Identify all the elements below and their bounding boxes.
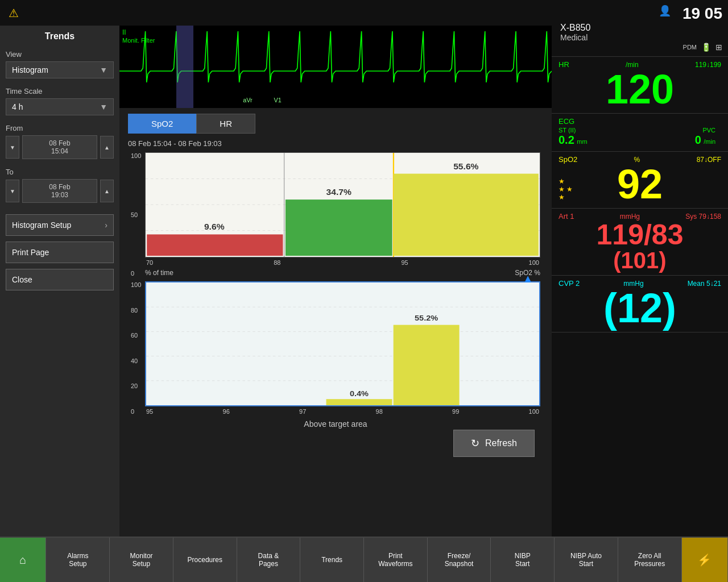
- spo2-alarm: 87↓OFF: [697, 156, 721, 164]
- svg-text:0.4%: 0.4%: [350, 390, 369, 398]
- histogram2-y-labels: 100 80 60 40 20 0: [131, 281, 141, 415]
- histogram-setup-button[interactable]: Histogram Setup ›: [6, 214, 114, 236]
- ecg-label: ECG: [559, 117, 574, 126]
- from-up-button[interactable]: ▲: [100, 136, 114, 159]
- from-label: From: [6, 124, 114, 132]
- ecg-filter-label: Monit. Filter: [122, 37, 155, 44]
- y2-label-40: 40: [131, 357, 141, 364]
- left-panel: Trends View Histogram ▼ Time Scale 4 h ▼…: [0, 26, 119, 537]
- warning-nav-button[interactable]: ⚡: [682, 538, 728, 582]
- ecg-pvc-item: PVC 0 /min: [695, 127, 715, 147]
- art-map-value: (101): [559, 249, 721, 272]
- hr-alarm: 119↓199: [695, 61, 721, 69]
- to-up-button[interactable]: ▲: [100, 180, 114, 202]
- view-value: Histogram: [12, 65, 48, 74]
- nibp-start-label: NIBPStart: [515, 552, 531, 568]
- histogram1-chart: 9.6% 34.7% 55.6%: [145, 152, 540, 257]
- x-label-70: 70: [146, 259, 153, 266]
- tab-spo2[interactable]: SpO2: [128, 114, 196, 134]
- x-label-88: 88: [274, 259, 280, 266]
- svg-rect-11: [286, 199, 392, 256]
- close-button[interactable]: Close: [6, 269, 114, 290]
- x2-label-97: 97: [299, 408, 306, 415]
- from-down-button[interactable]: ▼: [6, 136, 19, 159]
- ecg-pvc-label: PVC: [695, 127, 715, 134]
- data-pages-label: Data &Pages: [258, 552, 279, 568]
- svg-rect-15: [146, 282, 539, 405]
- x2-label-96: 96: [223, 408, 230, 415]
- hr-vital-block: HR /min 119↓199 120: [552, 57, 728, 114]
- y2-label-100: 100: [131, 281, 141, 288]
- ecg-vital-block: ECG ST (II) 0.2 mm PVC 0 /min: [552, 114, 728, 152]
- hr-value: 120: [559, 69, 721, 110]
- art-alarm: Sys 79↓158: [685, 213, 721, 221]
- home-icon: ⌂: [19, 554, 26, 567]
- histogram1-subtitle: % of time SpO2 %: [145, 269, 540, 277]
- above-target-label: Above target area: [128, 419, 543, 429]
- print-page-label: Print Page: [12, 248, 49, 257]
- x2-label-100: 100: [529, 408, 539, 415]
- print-page-button[interactable]: Print Page: [6, 242, 114, 263]
- time-scale-select[interactable]: 4 h ▼: [6, 98, 114, 115]
- print-waveforms-button[interactable]: PrintWaveforms: [364, 538, 428, 582]
- chevron-right-icon: ›: [105, 221, 107, 230]
- device-sub: Medical: [560, 33, 719, 42]
- ecg-st-item: ST (II) 0.2 mm: [559, 127, 588, 147]
- histogram2-wrapper: 100 80 60 40 20 0 ▲ 0.4%: [145, 281, 540, 415]
- time-scale-value: 4 h: [12, 102, 23, 111]
- y-label-0: 0: [131, 270, 141, 277]
- to-down-button[interactable]: ▼: [6, 180, 19, 202]
- close-label: Close: [12, 275, 32, 284]
- view-arrow-icon: ▼: [100, 65, 107, 74]
- refresh-icon: ↻: [471, 437, 479, 450]
- nibp-auto-start-button[interactable]: NIBP AutoStart: [555, 538, 618, 582]
- view-select[interactable]: Histogram ▼: [6, 61, 114, 78]
- view-label: View: [6, 50, 114, 59]
- cvp-vital-block: CVP 2 mmHg Mean 5↓21 (12): [552, 276, 728, 332]
- y2-label-60: 60: [131, 332, 141, 339]
- panel-title: Trends: [6, 31, 114, 41]
- y-label-100: 100: [131, 152, 141, 159]
- svg-text:9.6%: 9.6%: [204, 222, 225, 231]
- to-control: ▼ 08 Feb19:03 ▲: [6, 179, 114, 203]
- alarms-setup-label: AlarmsSetup: [67, 552, 88, 568]
- ecg-sub-row: ST (II) 0.2 mm PVC 0 /min: [559, 127, 721, 147]
- to-value: 08 Feb19:03: [22, 179, 97, 203]
- ecg-waveform-area: II Monit. Filter aVr V1: [119, 26, 552, 108]
- cvp-value: (12): [559, 288, 721, 329]
- refresh-label: Refresh: [485, 438, 517, 448]
- bottom-navigation: ⌂ AlarmsSetup MonitorSetup Procedures Da…: [0, 537, 728, 582]
- y2-label-80: 80: [131, 307, 141, 314]
- alarms-setup-button[interactable]: AlarmsSetup: [46, 538, 110, 582]
- svg-text:55.6%: 55.6%: [453, 163, 478, 171]
- svg-text:34.7%: 34.7%: [326, 188, 351, 197]
- freeze-snapshot-button[interactable]: Freeze/Snapshot: [428, 538, 491, 582]
- art-vital-block: Art 1 mmHg Sys 79↓158 119/83 (101): [552, 209, 728, 276]
- x2-label-98: 98: [376, 408, 383, 415]
- from-control: ▼ 08 Feb15:04 ▲: [6, 135, 114, 159]
- svg-rect-13: [394, 174, 539, 256]
- spo2-vital-block: SpO2 % 87↓OFF ★★ ★★ 92: [552, 152, 728, 209]
- histogram1-x-labels: 70 88 95 100: [145, 259, 540, 266]
- refresh-button[interactable]: ↻ Refresh: [453, 430, 535, 457]
- time-display: 19 05: [682, 5, 722, 23]
- tab-hr[interactable]: HR: [196, 114, 255, 134]
- ecg-header: ECG: [559, 117, 721, 126]
- pdm-label: PDM: [683, 44, 697, 51]
- nibp-start-button[interactable]: NIBPStart: [491, 538, 555, 582]
- zero-all-pressures-label: Zero AllPressures: [634, 552, 665, 568]
- home-button[interactable]: ⌂: [0, 538, 46, 582]
- data-pages-button[interactable]: Data &Pages: [237, 538, 301, 582]
- monitor-setup-button[interactable]: MonitorSetup: [110, 538, 173, 582]
- print-waveforms-label: PrintWaveforms: [378, 552, 412, 568]
- freeze-snapshot-label: Freeze/Snapshot: [445, 552, 474, 568]
- ecg-position-marker: [176, 26, 193, 108]
- zero-all-pressures-button[interactable]: Zero AllPressures: [618, 538, 682, 582]
- subtitle-left: % of time: [145, 269, 173, 277]
- svg-text:aVr: aVr: [243, 97, 253, 103]
- trends-button[interactable]: Trends: [300, 538, 364, 582]
- monitor-setup-label: MonitorSetup: [130, 552, 153, 568]
- procedures-button[interactable]: Procedures: [173, 538, 237, 582]
- target-marker-triangle: ▲: [522, 272, 533, 285]
- x-label-100: 100: [529, 259, 539, 266]
